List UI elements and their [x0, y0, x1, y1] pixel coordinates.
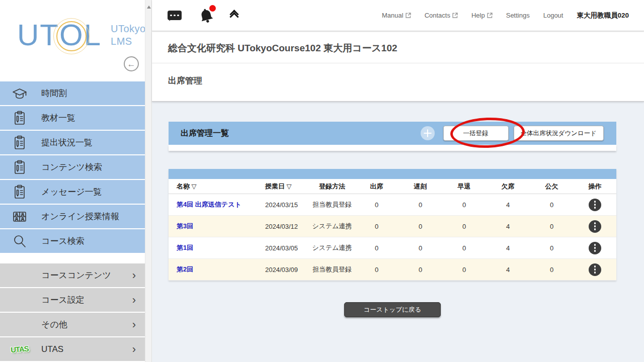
nav-manual-link[interactable]: Manual: [382, 12, 411, 19]
sidebar-group-course-contents[interactable]: コースコンテンツ ›: [0, 263, 145, 287]
cell-attend: 0: [355, 244, 398, 252]
col-header-attend: 出席: [355, 182, 398, 191]
attendance-link[interactable]: 第2回: [177, 265, 193, 273]
back-to-course-top-button[interactable]: コーストップに戻る: [344, 302, 441, 317]
row-actions-kebab-button[interactable]: [589, 263, 601, 276]
sidebar-item-label: 提出状況一覧: [41, 137, 93, 148]
sidebar-group-others[interactable]: その他 ›: [0, 313, 145, 336]
sidebar-item-content-search[interactable]: コンテンツ検索: [0, 155, 145, 179]
cell-date: 2024/03/09: [259, 266, 309, 274]
sidebar-scrollbar[interactable]: [145, 0, 152, 362]
col-header-excused: 公欠: [530, 182, 574, 191]
cell-late: 0: [398, 244, 442, 252]
sidebar-menu: 時間割 教材一覧 提出状況一覧 コンテンツ検索 メッセージ一覧: [0, 81, 145, 253]
sidebar-item-label: コンテンツ検索: [41, 161, 102, 173]
sidebar-group-label: その他: [41, 319, 67, 330]
sidebar-group-course-settings[interactable]: コース設定 ›: [0, 288, 145, 312]
cell-excused: 0: [530, 244, 574, 252]
attendance-link[interactable]: 第4回 出席送信テスト: [177, 201, 242, 208]
notifications-bell-icon[interactable]: [199, 8, 214, 24]
clipboard-icon: [11, 184, 28, 200]
cell-method: 担当教員登録: [309, 200, 355, 209]
external-link-icon: [406, 13, 411, 18]
main-area: Manual Contacts Help Settings Logout 東大用…: [152, 0, 644, 362]
sidebar-item-timetable[interactable]: 時間割: [0, 81, 145, 105]
col-header-date[interactable]: 授業日 ▽: [259, 182, 309, 191]
collapse-header-chevrons-icon[interactable]: [231, 11, 237, 20]
row-actions-kebab-button[interactable]: [589, 242, 601, 254]
title-block: 総合文化研究科 UTokyoCourse102 東大用コース102 出席管理: [152, 31, 644, 102]
attendance-link[interactable]: 第3回: [177, 222, 193, 230]
cell-early: 0: [442, 244, 486, 252]
chevron-right-icon: ›: [132, 295, 136, 306]
cell-early: 0: [442, 266, 486, 274]
cell-attend: 0: [355, 201, 398, 209]
cell-absent: 4: [486, 244, 530, 252]
sidebar-item-materials[interactable]: 教材一覧: [0, 106, 145, 130]
sidebar-item-label: メッセージ一覧: [41, 186, 102, 198]
sidebar-group-utas[interactable]: UTAS UTAS ›: [0, 337, 145, 361]
col-header-name[interactable]: 名称 ▽: [169, 182, 259, 191]
username: 東大用教職員020: [577, 11, 629, 20]
sidebar-collapse-button[interactable]: ←: [124, 56, 139, 71]
nav-settings-link[interactable]: Settings: [506, 12, 530, 19]
row-actions-kebab-button[interactable]: [589, 199, 601, 211]
col-header-absent: 欠席: [486, 182, 530, 191]
scroll-up-arrow-icon[interactable]: [147, 6, 151, 9]
sidebar-item-submission-status[interactable]: 提出状況一覧: [0, 131, 145, 154]
sidebar-item-online-class-info[interactable]: オンライン授業情報: [0, 205, 145, 228]
cell-absent: 4: [486, 201, 530, 209]
cell-late: 0: [398, 266, 442, 274]
online-class-icon: [11, 209, 28, 225]
search-icon: [11, 233, 28, 249]
notification-badge: [209, 5, 216, 12]
cell-method: 担当教員登録: [309, 265, 355, 274]
chevron-right-icon: ›: [132, 319, 136, 330]
utas-logo-icon: UTAS: [11, 344, 29, 354]
collapse-arrow-icon: ←: [127, 60, 136, 68]
course-title: 総合文化研究科 UTokyoCourse102 東大用コース102: [152, 31, 644, 63]
chevron-right-icon: ›: [132, 344, 136, 355]
logo-tagline-1: UTokyo: [111, 23, 146, 35]
topbar: Manual Contacts Help Settings Logout 東大用…: [152, 0, 644, 31]
cell-late: 0: [398, 223, 442, 230]
nav-logout-link[interactable]: Logout: [543, 12, 564, 19]
cell-method: システム連携: [309, 222, 355, 231]
sidebar-item-course-search[interactable]: コース検索: [0, 229, 145, 253]
table-row: 第2回 2024/03/09 担当教員登録 0 0 0 4 0: [169, 259, 616, 281]
row-actions-kebab-button[interactable]: [589, 220, 601, 233]
panel-title: 出席管理一覧: [181, 128, 421, 139]
cell-excused: 0: [530, 201, 574, 209]
sidebar-item-label: 教材一覧: [41, 112, 75, 124]
sidebar-item-messages[interactable]: メッセージ一覧: [0, 180, 145, 204]
cell-excused: 0: [530, 266, 574, 274]
sidebar: UTOL UTokyo LMS ← 時間割 教材一覧 提出状況一覧: [0, 0, 145, 362]
table-row: 第3回 2024/03/12 システム連携 0 0 0 4 0: [169, 216, 616, 237]
cell-early: 0: [442, 201, 486, 209]
cell-attend: 0: [355, 223, 398, 230]
sidebar-groups: コースコンテンツ › コース設定 › その他 › UTAS UTAS ›: [0, 263, 145, 361]
bulk-register-button[interactable]: 一括登録: [443, 126, 509, 141]
logo-tagline-2: LMS: [111, 35, 146, 48]
messages-icon[interactable]: [168, 11, 182, 20]
sidebar-item-label: オンライン授業情報: [41, 211, 119, 222]
cell-attend: 0: [355, 266, 398, 274]
cell-date: 2024/03/12: [259, 223, 309, 230]
page-title: 出席管理: [152, 63, 644, 101]
clipboard-icon: [11, 110, 28, 126]
cell-excused: 0: [530, 223, 574, 230]
sidebar-group-label: コース設定: [41, 294, 85, 306]
add-attendance-icon[interactable]: [421, 126, 435, 140]
download-all-attendance-button[interactable]: 全体出席状況ダウンロード: [514, 126, 604, 141]
cell-method: システム連携: [309, 243, 355, 252]
attendance-table: 名称 ▽ 授業日 ▽ 登録方法 出席 遅刻 早退 欠席 公欠 操作 第4回 出席…: [169, 169, 616, 281]
table-top-bar: [169, 169, 616, 179]
nav-help-link[interactable]: Help: [471, 12, 493, 19]
nav-contacts-link[interactable]: Contacts: [425, 12, 458, 19]
cell-date: 2024/03/15: [259, 201, 309, 209]
cell-late: 0: [398, 201, 442, 209]
sidebar-item-label: コース検索: [41, 235, 85, 247]
attendance-link[interactable]: 第1回: [177, 244, 193, 251]
sidebar-group-label: UTAS: [41, 344, 63, 354]
utol-logo: UTOL UTokyo LMS: [17, 20, 146, 50]
